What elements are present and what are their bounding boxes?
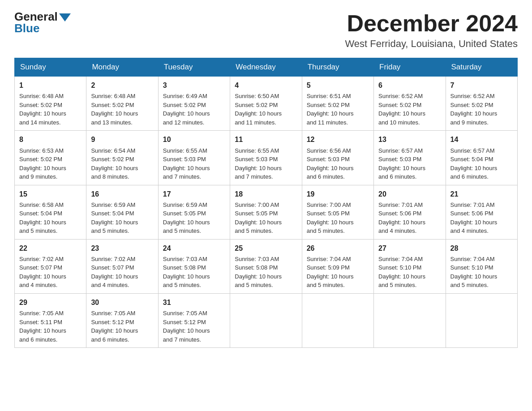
location-text: West Ferriday, Louisiana, United States	[345, 38, 518, 50]
day-info: Sunrise: 7:05 AMSunset: 5:11 PMDaylight:…	[19, 309, 82, 344]
day-info: Sunrise: 6:51 AMSunset: 5:02 PMDaylight:…	[307, 92, 369, 127]
calendar-cell: 5Sunrise: 6:51 AMSunset: 5:02 PMDaylight…	[302, 77, 373, 131]
weekday-header-sunday: Sunday	[15, 58, 86, 77]
calendar-cell: 29Sunrise: 7:05 AMSunset: 5:11 PMDayligh…	[15, 293, 86, 347]
day-info: Sunrise: 6:50 AMSunset: 5:02 PMDaylight:…	[235, 92, 297, 127]
logo-general-text: General	[14, 11, 58, 22]
day-info: Sunrise: 6:52 AMSunset: 5:02 PMDaylight:…	[450, 92, 513, 127]
calendar-cell	[302, 293, 373, 347]
day-number: 3	[163, 80, 225, 90]
week-row-3: 15Sunrise: 6:58 AMSunset: 5:04 PMDayligh…	[15, 185, 518, 239]
calendar-cell	[374, 293, 446, 347]
day-number: 20	[378, 189, 441, 199]
weekday-header-wednesday: Wednesday	[230, 58, 302, 77]
weekday-header-tuesday: Tuesday	[158, 58, 230, 77]
day-number: 21	[450, 189, 513, 199]
week-row-5: 29Sunrise: 7:05 AMSunset: 5:11 PMDayligh…	[15, 293, 518, 347]
weekday-header-friday: Friday	[374, 58, 446, 77]
calendar-cell: 13Sunrise: 6:57 AMSunset: 5:03 PMDayligh…	[374, 131, 446, 185]
day-info: Sunrise: 6:49 AMSunset: 5:02 PMDaylight:…	[163, 92, 225, 127]
calendar-cell: 27Sunrise: 7:04 AMSunset: 5:10 PMDayligh…	[374, 239, 446, 293]
day-info: Sunrise: 6:57 AMSunset: 5:03 PMDaylight:…	[378, 146, 441, 181]
calendar-cell: 18Sunrise: 7:00 AMSunset: 5:05 PMDayligh…	[230, 185, 302, 239]
day-number: 23	[91, 243, 153, 253]
day-number: 25	[235, 243, 297, 253]
day-info: Sunrise: 7:01 AMSunset: 5:06 PMDaylight:…	[450, 201, 513, 235]
day-info: Sunrise: 6:52 AMSunset: 5:02 PMDaylight:…	[378, 92, 441, 127]
day-number: 13	[378, 134, 441, 145]
calendar-cell: 17Sunrise: 6:59 AMSunset: 5:05 PMDayligh…	[158, 185, 230, 239]
weekday-header-row: SundayMondayTuesdayWednesdayThursdayFrid…	[15, 58, 518, 77]
day-info: Sunrise: 7:02 AMSunset: 5:07 PMDaylight:…	[19, 255, 82, 290]
day-info: Sunrise: 7:00 AMSunset: 5:05 PMDaylight:…	[235, 201, 297, 235]
day-number: 1	[19, 80, 82, 90]
day-info: Sunrise: 6:56 AMSunset: 5:03 PMDaylight:…	[307, 146, 369, 181]
day-number: 31	[163, 297, 225, 308]
calendar-cell: 15Sunrise: 6:58 AMSunset: 5:04 PMDayligh…	[15, 185, 86, 239]
calendar-cell: 10Sunrise: 6:55 AMSunset: 5:03 PMDayligh…	[158, 131, 230, 185]
day-number: 30	[91, 297, 153, 308]
calendar-cell: 2Sunrise: 6:48 AMSunset: 5:02 PMDaylight…	[86, 77, 158, 131]
day-number: 8	[19, 134, 82, 145]
logo-blue-text: Blue	[14, 21, 39, 35]
calendar-cell: 8Sunrise: 6:53 AMSunset: 5:02 PMDaylight…	[15, 131, 86, 185]
day-info: Sunrise: 7:04 AMSunset: 5:09 PMDaylight:…	[307, 255, 369, 290]
calendar-cell: 3Sunrise: 6:49 AMSunset: 5:02 PMDaylight…	[158, 77, 230, 131]
weekday-header-monday: Monday	[86, 58, 158, 77]
day-info: Sunrise: 7:00 AMSunset: 5:05 PMDaylight:…	[307, 201, 369, 235]
calendar-cell: 9Sunrise: 6:54 AMSunset: 5:02 PMDaylight…	[86, 131, 158, 185]
day-number: 14	[450, 134, 513, 145]
day-number: 26	[307, 243, 369, 253]
calendar-cell: 28Sunrise: 7:04 AMSunset: 5:10 PMDayligh…	[446, 239, 517, 293]
day-info: Sunrise: 7:04 AMSunset: 5:10 PMDaylight:…	[378, 255, 441, 290]
week-row-1: 1Sunrise: 6:48 AMSunset: 5:02 PMDaylight…	[15, 77, 518, 131]
day-number: 15	[19, 189, 82, 199]
day-info: Sunrise: 6:55 AMSunset: 5:03 PMDaylight:…	[235, 146, 297, 181]
weekday-header-saturday: Saturday	[446, 58, 517, 77]
day-info: Sunrise: 6:58 AMSunset: 5:04 PMDaylight:…	[19, 201, 82, 235]
day-number: 19	[307, 189, 369, 199]
day-number: 24	[163, 243, 225, 253]
calendar-cell: 26Sunrise: 7:04 AMSunset: 5:09 PMDayligh…	[302, 239, 373, 293]
day-number: 9	[91, 134, 153, 145]
day-info: Sunrise: 7:03 AMSunset: 5:08 PMDaylight:…	[163, 255, 225, 290]
day-number: 22	[19, 243, 82, 253]
calendar-cell: 19Sunrise: 7:00 AMSunset: 5:05 PMDayligh…	[302, 185, 373, 239]
calendar-cell: 30Sunrise: 7:05 AMSunset: 5:12 PMDayligh…	[86, 293, 158, 347]
day-number: 7	[450, 80, 513, 90]
calendar-cell: 4Sunrise: 6:50 AMSunset: 5:02 PMDaylight…	[230, 77, 302, 131]
day-number: 27	[378, 243, 441, 253]
day-info: Sunrise: 6:53 AMSunset: 5:02 PMDaylight:…	[19, 146, 82, 181]
day-info: Sunrise: 7:05 AMSunset: 5:12 PMDaylight:…	[91, 309, 153, 344]
calendar-cell: 20Sunrise: 7:01 AMSunset: 5:06 PMDayligh…	[374, 185, 446, 239]
day-number: 12	[307, 134, 369, 145]
day-number: 28	[450, 243, 513, 253]
calendar-cell: 21Sunrise: 7:01 AMSunset: 5:06 PMDayligh…	[446, 185, 517, 239]
calendar-cell	[230, 293, 302, 347]
day-number: 17	[163, 189, 225, 199]
day-number: 29	[19, 297, 82, 308]
week-row-4: 22Sunrise: 7:02 AMSunset: 5:07 PMDayligh…	[15, 239, 518, 293]
day-info: Sunrise: 6:59 AMSunset: 5:05 PMDaylight:…	[163, 201, 225, 235]
calendar-cell: 22Sunrise: 7:02 AMSunset: 5:07 PMDayligh…	[15, 239, 86, 293]
calendar-cell	[446, 293, 517, 347]
calendar-cell: 24Sunrise: 7:03 AMSunset: 5:08 PMDayligh…	[158, 239, 230, 293]
calendar-cell: 7Sunrise: 6:52 AMSunset: 5:02 PMDaylight…	[446, 77, 517, 131]
day-number: 18	[235, 189, 297, 199]
title-block: December 2024 West Ferriday, Louisiana, …	[345, 11, 518, 50]
day-info: Sunrise: 6:57 AMSunset: 5:04 PMDaylight:…	[450, 146, 513, 181]
calendar-cell: 14Sunrise: 6:57 AMSunset: 5:04 PMDayligh…	[446, 131, 517, 185]
weekday-header-thursday: Thursday	[302, 58, 373, 77]
day-info: Sunrise: 6:55 AMSunset: 5:03 PMDaylight:…	[163, 146, 225, 181]
day-number: 6	[378, 80, 441, 90]
calendar-cell: 23Sunrise: 7:02 AMSunset: 5:07 PMDayligh…	[86, 239, 158, 293]
calendar-cell: 12Sunrise: 6:56 AMSunset: 5:03 PMDayligh…	[302, 131, 373, 185]
day-info: Sunrise: 6:48 AMSunset: 5:02 PMDaylight:…	[91, 92, 153, 127]
calendar-table: SundayMondayTuesdayWednesdayThursdayFrid…	[14, 58, 518, 348]
day-info: Sunrise: 7:02 AMSunset: 5:07 PMDaylight:…	[91, 255, 153, 290]
day-info: Sunrise: 6:48 AMSunset: 5:02 PMDaylight:…	[19, 92, 82, 127]
day-number: 4	[235, 80, 297, 90]
day-info: Sunrise: 7:03 AMSunset: 5:08 PMDaylight:…	[235, 255, 297, 290]
day-number: 10	[163, 134, 225, 145]
day-number: 2	[91, 80, 153, 90]
